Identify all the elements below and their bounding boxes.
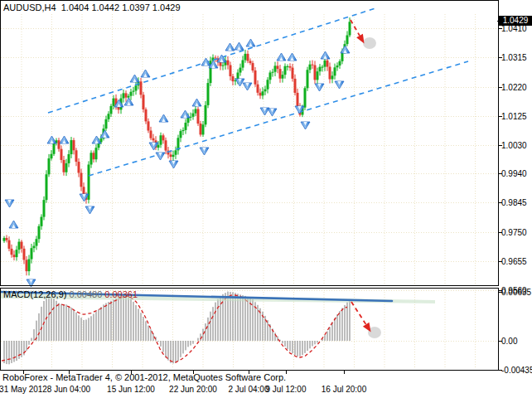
fractal-up-arrow <box>92 136 101 143</box>
time-tick-label: 9 Jul 12:00 <box>266 385 307 394</box>
time-tick-label: 15 Jun 12:00 <box>107 385 155 394</box>
forecast-arrow-main <box>351 20 364 44</box>
time-tick-label: 31 May 2012 <box>0 385 47 394</box>
price-tick-label: 1.0220 <box>501 83 527 92</box>
fractal-up-arrow <box>100 130 109 138</box>
mt4-chart-window: AUDUSD,H4 1.0404 1.0442 1.0397 1.0429 MA… <box>0 0 532 398</box>
fractal-down-arrow <box>5 200 14 207</box>
price-tick-label: 0.9940 <box>501 169 527 178</box>
ohlc-close: 1.0429 <box>152 2 181 12</box>
fractal-down-arrow <box>301 122 310 129</box>
price-tick-label: 1.0315 <box>501 53 527 62</box>
fractal-down-arrow <box>235 79 244 86</box>
time-tick-label: 22 Jun 20:00 <box>169 385 217 394</box>
macd-tick-label: 0.00635 <box>501 288 531 297</box>
fractal-down-arrow <box>85 206 94 214</box>
price-tick-label: 0.9750 <box>501 228 527 237</box>
macd-histogram-series <box>3 292 350 365</box>
fractal-down-arrow <box>243 83 252 90</box>
fractal-down-arrow <box>156 153 165 160</box>
time-tick-label: 16 Jul 20:00 <box>322 385 367 394</box>
fractal-up-arrow <box>277 53 286 61</box>
fractal-up-arrow <box>192 99 201 106</box>
grid <box>1 14 498 369</box>
price-tick-label: 0.9845 <box>501 198 527 207</box>
price-tick-label: 1.0125 <box>501 112 527 121</box>
footer-credit: RoboForex - MetaTrader 4, © 2001-2012, M… <box>2 372 286 382</box>
macd-tick-label: 0.00 <box>501 337 517 346</box>
fractal-up-arrow <box>159 114 168 122</box>
fractal-down-arrow <box>200 148 209 155</box>
fractal-up-arrow <box>141 70 150 77</box>
fractal-up-arrow <box>47 136 56 143</box>
price-tick-label: 1.0030 <box>501 141 527 150</box>
fractal-down-arrow <box>268 109 277 116</box>
fractal-up-arrow <box>9 221 18 228</box>
fractal-up-arrow <box>60 136 69 143</box>
fractal-down-arrow <box>335 81 344 89</box>
fractal-up-arrow <box>235 42 244 50</box>
time-tick-label: 8 Jun 04:00 <box>47 385 90 394</box>
macd-name: MACD(12,26,9) <box>3 289 66 299</box>
fractal-up-arrow <box>130 75 139 82</box>
fractal-up-arrow <box>288 53 297 61</box>
ohlc-open: 1.0404 <box>61 2 89 12</box>
candlestick-series <box>3 17 351 275</box>
fractal-down-arrow <box>315 84 324 91</box>
macd-signal-value: 0.00361 <box>104 289 138 299</box>
fractal-up-arrow <box>321 51 330 59</box>
fractal-down-arrow <box>169 161 178 168</box>
ohlc-high: 1.0442 <box>91 2 119 12</box>
fractal-up-arrow <box>246 39 255 46</box>
price-tick-label: 0.9655 <box>501 257 527 266</box>
time-tick-label: 2 Jul 04:00 <box>229 385 269 394</box>
chart-title: AUDUSD,H4 1.0404 1.0442 1.0397 1.0429 <box>3 2 181 12</box>
macd-indicator-label: MACD(12,26,9) 0.00480 0.00361 <box>3 289 138 299</box>
symbol-timeframe: AUDUSD,H4 <box>3 2 56 12</box>
ohlc-low: 1.0397 <box>122 2 150 12</box>
macd-main-value: 0.00480 <box>69 289 102 299</box>
current-price-tag: 1.0429 <box>499 16 532 26</box>
macd-tick-label: -0.00435 <box>501 366 532 375</box>
